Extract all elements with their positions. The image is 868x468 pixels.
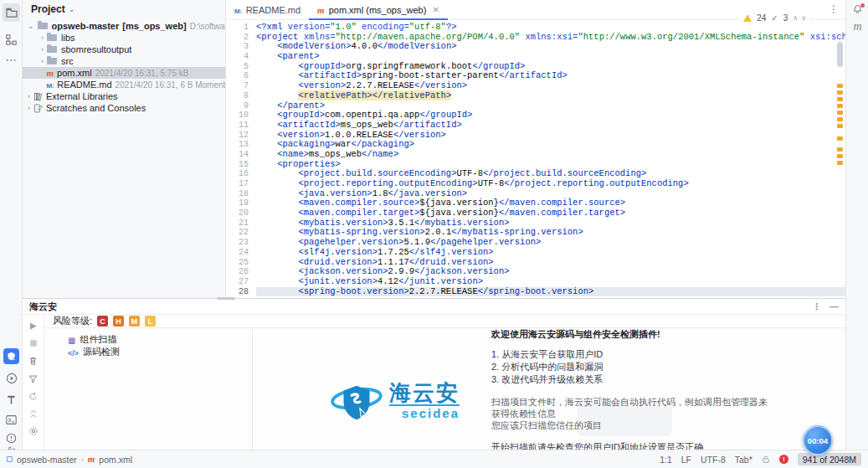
refresh-icon[interactable] xyxy=(28,390,39,402)
project-tree: ⌄opsweb-master[ms_ops_web]D:\software\we… xyxy=(23,20,225,114)
secidea-logo: 海云安 secidea xyxy=(331,376,460,428)
breadcrumb-project[interactable]: opsweb-master xyxy=(17,455,77,465)
tree-item-src[interactable]: ›src xyxy=(23,55,225,67)
risk-badge-l[interactable]: L xyxy=(145,316,156,327)
libraries-icon xyxy=(33,92,43,101)
warning-stripe-mark[interactable] xyxy=(837,97,843,101)
warning-stripe-mark[interactable] xyxy=(837,90,843,95)
project-panel-header[interactable]: Project ⌄ xyxy=(23,0,225,18)
run-icon[interactable] xyxy=(28,320,39,332)
component-scan-icon: ▦ xyxy=(68,335,75,345)
secidea-plugin-icon[interactable] xyxy=(0,347,23,365)
code-line[interactable]: <name>ms_ops_web</name> xyxy=(256,150,845,160)
warning-count: 24 xyxy=(757,13,766,23)
risk-badge-m[interactable]: M xyxy=(129,316,140,327)
tree-item-scratches-and-consoles[interactable]: ›Scratches and Consoles xyxy=(23,102,225,114)
project-icon[interactable] xyxy=(3,3,20,22)
code-content[interactable]: <?xml version="1.0" encoding="utf-8"?><p… xyxy=(256,20,845,297)
ide-window: ⋯ Project ⌄ ⌄opsweb-master[ms_ops_web]D:… xyxy=(0,0,868,468)
welcome-step: 3. 改进代码并升级依赖关系 xyxy=(491,373,768,386)
trash-icon[interactable] xyxy=(28,355,39,367)
tree-item-sbomresultoutput[interactable]: ›sbomresultoutput xyxy=(23,44,225,55)
weak-warning-count: 3 xyxy=(783,13,788,23)
build-icon[interactable] xyxy=(0,390,23,409)
risk-badge-h[interactable]: H xyxy=(113,316,124,327)
warning-stripe-mark[interactable] xyxy=(837,136,843,141)
warning-stripe-mark[interactable] xyxy=(837,154,843,158)
tree-item-libs[interactable]: ›libs xyxy=(23,32,225,44)
error-indicator-icon[interactable]: ! xyxy=(779,455,788,464)
maven-tool-window-button[interactable]: m xyxy=(846,20,868,33)
warning-stripe-mark[interactable] xyxy=(837,84,843,88)
welcome-title: 欢迎使用海云安源码与组件安全检测插件! xyxy=(491,328,768,341)
secidea-tool-window: 海云安 ⋮ — 风险等级: CHML ▦组件扫描</>源码检 xyxy=(23,298,845,450)
welcome-pane: 海云安 secidea 欢迎使用海云安源码与组件安全检测插件! 1. 从海云安平… xyxy=(253,328,845,468)
next-problem-icon[interactable]: ∨ xyxy=(801,15,806,22)
tab-readme-md[interactable]: M↓README.md xyxy=(226,0,309,19)
memory-indicator[interactable]: 941 of 2048M xyxy=(798,453,861,465)
left-tool-stripe: ⋯ xyxy=(0,0,23,450)
source-check-icon: </> xyxy=(68,347,79,357)
lock-icon[interactable] xyxy=(762,455,770,464)
code-line[interactable]: <artifactId>ms_ops_web</artifactId> xyxy=(256,121,845,131)
minimize-icon[interactable]: — xyxy=(829,301,839,311)
maven-icon: m xyxy=(47,68,54,78)
chevron-icon: › xyxy=(41,33,44,42)
settings-gear-icon[interactable] xyxy=(28,425,39,437)
structure-icon[interactable] xyxy=(0,30,23,49)
welcome-step: 1. 从海云安平台获取用户ID xyxy=(491,348,768,361)
line-separator[interactable]: LF xyxy=(681,455,691,465)
scrollbar-thumb[interactable] xyxy=(837,42,843,67)
folder-icon xyxy=(47,33,58,44)
breadcrumb: opsweb-master › m pom.xml xyxy=(7,455,132,465)
secidea-shield-icon xyxy=(331,376,383,428)
scan-tree: ▦组件扫描</>源码检测 xyxy=(44,328,253,468)
tool-window-options-icon[interactable]: ⋮ xyxy=(812,301,821,312)
indent-style[interactable]: Tab* xyxy=(735,455,752,465)
close-icon[interactable]: ✕ xyxy=(432,5,439,14)
tree-item-opsweb-master[interactable]: ⌄opsweb-master[ms_ops_web]D:\software\we… xyxy=(23,20,225,32)
risk-badge-c[interactable]: C xyxy=(97,316,108,327)
risk-badges: CHML xyxy=(97,316,156,327)
splitter-handle[interactable] xyxy=(217,297,235,300)
editor-options-kebab-icon[interactable]: ⋮ xyxy=(829,3,839,15)
watermark xyxy=(578,403,672,436)
terminal-icon[interactable] xyxy=(0,410,23,429)
recording-timer-badge[interactable]: 00:04 xyxy=(803,425,833,455)
warning-stripe-mark[interactable] xyxy=(837,124,843,128)
brand-name-en: secidea xyxy=(389,404,460,421)
breadcrumb-file[interactable]: pom.xml xyxy=(99,455,132,465)
prev-problem-icon[interactable]: ∧ xyxy=(793,15,798,22)
file-encoding[interactable]: UTF-8 xyxy=(701,455,726,465)
tool-window-toolbar xyxy=(23,315,44,450)
warning-stripe-mark[interactable] xyxy=(837,161,843,165)
tree-item-readme-md[interactable]: M↓README.md2021/4/20 16:31, 6 B Moments … xyxy=(23,79,225,90)
warning-stripe-mark[interactable] xyxy=(837,147,843,152)
editor-scrollbar[interactable] xyxy=(835,22,844,296)
editor-body[interactable]: 1234567891011121314151617181920212223242… xyxy=(226,20,845,297)
folder-icon xyxy=(47,44,58,55)
services-icon[interactable] xyxy=(0,369,23,388)
scratches-icon xyxy=(33,104,43,113)
warning-stripe-mark[interactable] xyxy=(837,117,843,121)
warning-stripe-mark[interactable] xyxy=(837,111,843,115)
tree-item-pom-xml[interactable]: mpom.xml2021/4/20 16:31, 5.75 kB xyxy=(23,67,225,79)
scan-item-源码检测[interactable]: </>源码检测 xyxy=(48,346,252,358)
filter-icon[interactable] xyxy=(28,373,39,384)
tab-pom-xml-ms-ops-web-[interactable]: mpom.xml (ms_ops_web)✕ xyxy=(309,0,448,19)
scan-item-组件扫描[interactable]: ▦组件扫描 xyxy=(48,333,252,346)
project-panel-title: Project xyxy=(31,3,65,15)
collapse-icon[interactable] xyxy=(28,408,39,419)
caret-position[interactable]: 1:1 xyxy=(660,455,672,465)
stop-icon[interactable] xyxy=(28,337,39,349)
project-panel: Project ⌄ ⌄opsweb-master[ms_ops_web]D:\s… xyxy=(23,0,226,298)
maven-icon: m xyxy=(317,5,325,15)
tree-item-external-libraries[interactable]: ›External Libraries xyxy=(23,90,225,102)
inspections-widget[interactable]: 24 ✓ 3 ∧∨ xyxy=(739,13,810,23)
more-icon[interactable]: ⋯ xyxy=(0,50,23,69)
warning-stripe-mark[interactable] xyxy=(837,104,843,108)
code-line[interactable]: <modelVersion>4.0.0</modelVersion> xyxy=(256,42,845,52)
notifications-bell-icon[interactable] xyxy=(852,4,863,15)
code-line[interactable]: <spring-boot.version>2.2.7.RELEASE</spri… xyxy=(256,287,845,297)
code-line[interactable]: <relativePath></relativePath> xyxy=(256,91,845,101)
